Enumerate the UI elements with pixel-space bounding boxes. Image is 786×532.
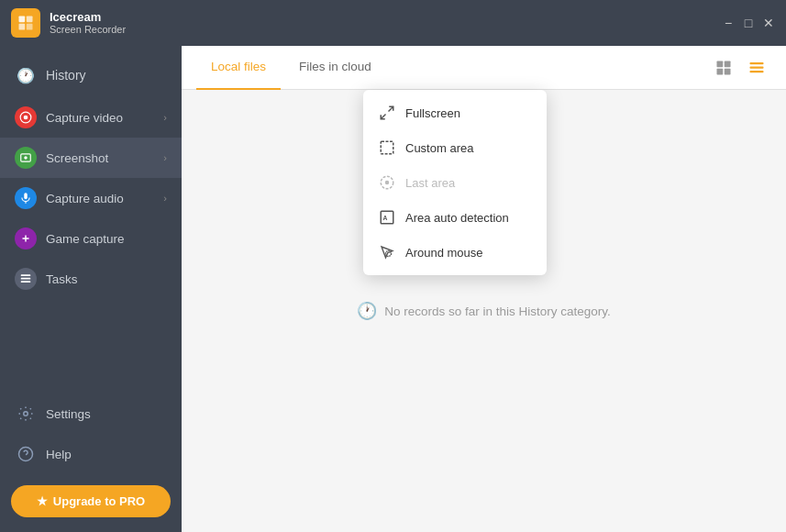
svg-point-5 <box>24 116 28 120</box>
svg-rect-3 <box>27 24 33 30</box>
svg-line-22 <box>389 106 393 111</box>
svg-rect-1 <box>27 17 33 23</box>
svg-rect-10 <box>21 274 31 276</box>
svg-line-23 <box>381 115 385 119</box>
sidebar-item-capture-video[interactable]: Capture video › <box>0 97 182 138</box>
star-icon: ★ <box>37 494 48 508</box>
close-button[interactable]: ✕ <box>762 17 775 29</box>
dropdown-item-last-area: Last area <box>363 165 547 200</box>
last-area-icon <box>378 173 396 192</box>
svg-rect-21 <box>750 71 764 72</box>
svg-rect-8 <box>24 193 28 199</box>
svg-rect-24 <box>381 141 393 154</box>
grid-view-button[interactable] <box>709 53 738 83</box>
svg-point-13 <box>24 412 28 416</box>
chevron-icon: › <box>163 193 167 204</box>
svg-rect-19 <box>750 62 764 64</box>
svg-rect-2 <box>19 24 26 30</box>
main-layout: 🕐 History Capture video › <box>0 46 786 532</box>
view-toggles <box>709 53 771 83</box>
sidebar-item-help[interactable]: Help <box>0 434 182 474</box>
clock-icon: 🕐 <box>357 301 377 321</box>
tab-bar: Local files Files in cloud <box>182 46 786 90</box>
dropdown-item-custom-area[interactable]: Custom area <box>363 130 547 165</box>
svg-rect-0 <box>19 17 26 23</box>
chevron-icon: › <box>163 112 167 123</box>
settings-icon <box>15 403 37 425</box>
svg-rect-15 <box>717 61 724 67</box>
svg-rect-18 <box>725 68 731 74</box>
history-icon: 🕐 <box>15 64 37 86</box>
svg-rect-16 <box>725 61 731 67</box>
svg-point-29 <box>386 251 392 257</box>
sidebar-nav: 🕐 History Capture video › <box>0 46 182 393</box>
svg-rect-17 <box>717 68 724 74</box>
game-capture-icon <box>15 227 37 249</box>
svg-rect-12 <box>21 281 31 283</box>
custom-area-icon <box>378 139 396 157</box>
sidebar-item-history[interactable]: 🕐 History <box>0 53 182 97</box>
minimize-button[interactable]: − <box>722 17 735 29</box>
list-view-button[interactable] <box>742 53 771 83</box>
dropdown-item-around-mouse[interactable]: Around mouse <box>363 235 547 270</box>
maximize-button[interactable]: □ <box>742 17 755 29</box>
sidebar: 🕐 History Capture video › <box>0 46 182 532</box>
sidebar-item-settings[interactable]: Settings <box>0 393 182 434</box>
dropdown-item-fullscreen[interactable]: Fullscreen <box>363 95 547 130</box>
sidebar-item-tasks[interactable]: Tasks <box>0 259 182 299</box>
help-icon <box>15 443 37 465</box>
content-area: Local files Files in cloud <box>182 46 786 532</box>
capture-audio-icon <box>15 187 37 209</box>
tab-local-files[interactable]: Local files <box>196 46 281 90</box>
svg-rect-20 <box>750 66 764 68</box>
sidebar-item-capture-audio[interactable]: Capture audio › <box>0 178 182 218</box>
sidebar-upgrade-section: ★ Upgrade to PRO <box>0 474 182 528</box>
sidebar-item-screenshot[interactable]: Screenshot › <box>0 138 182 178</box>
fullscreen-icon <box>378 104 396 122</box>
capture-video-icon <box>15 106 37 128</box>
area-auto-detection-icon: A <box>378 208 396 227</box>
window-controls: − □ ✕ <box>722 17 775 29</box>
svg-text:A: A <box>383 215 388 221</box>
dropdown-item-area-auto-detection[interactable]: A Area auto detection <box>363 200 547 235</box>
screenshot-icon <box>15 147 37 169</box>
app-title: Icecream Screen Recorder <box>50 10 126 37</box>
upgrade-button[interactable]: ★ Upgrade to PRO <box>11 485 171 517</box>
sidebar-item-game-capture[interactable]: Game capture <box>0 218 182 259</box>
svg-point-7 <box>24 156 28 160</box>
title-bar: Icecream Screen Recorder − □ ✕ <box>0 0 786 46</box>
sidebar-bottom: Settings Help ★ Upgrade to PRO <box>0 393 182 532</box>
tab-files-in-cloud[interactable]: Files in cloud <box>284 46 386 90</box>
svg-rect-11 <box>21 278 31 280</box>
chevron-icon: › <box>163 152 167 163</box>
screenshot-dropdown: Fullscreen Custom area <box>363 90 547 275</box>
svg-point-26 <box>386 182 389 184</box>
tasks-icon <box>15 268 37 290</box>
around-mouse-icon <box>378 243 396 261</box>
app-icon <box>11 8 40 38</box>
